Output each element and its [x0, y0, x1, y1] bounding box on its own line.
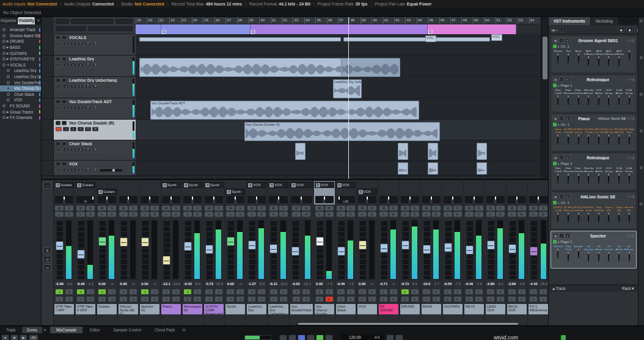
stop-button[interactable]: ■ — [10, 335, 18, 340]
knob[interactable] — [598, 250, 599, 262]
mute-button[interactable]: M — [358, 206, 367, 211]
monitor-button[interactable]: ◂ — [63, 42, 69, 46]
peak-value[interactable]: -13.9 — [171, 282, 181, 288]
mute-button[interactable] — [56, 162, 60, 166]
mute-button[interactable]: M — [76, 206, 85, 211]
knob[interactable] — [557, 52, 558, 63]
quick-control[interactable]: SEQ S1Low Gain — [594, 128, 604, 145]
close-zone-icon[interactable]: ✕ — [43, 328, 46, 332]
eq-bypass-button[interactable] — [292, 296, 301, 302]
locator-button[interactable] — [298, 335, 306, 340]
monitor-button[interactable]: ◂ — [63, 148, 69, 152]
fader-handle[interactable] — [269, 244, 277, 253]
edit-channel-button[interactable]: E — [539, 212, 547, 217]
knob[interactable] — [557, 133, 558, 145]
mute-button[interactable]: M — [529, 206, 538, 211]
listen-button[interactable]: L — [119, 212, 128, 217]
vertical-scrollbar[interactable] — [541, 17, 548, 179]
edit-channel-button[interactable]: E — [518, 212, 526, 217]
eq-bypass-button[interactable] — [162, 296, 170, 302]
pan-control[interactable]: C — [529, 196, 548, 203]
sidebar-track-item[interactable]: ▶ DRUMS — [0, 38, 41, 45]
knob[interactable] — [608, 133, 609, 145]
quick-control[interactable]: ChorusMix — [604, 206, 614, 223]
edit-channel-button[interactable]: e — [70, 127, 76, 131]
channel-strip[interactable]: 3 Guitars R — [75, 180, 97, 327]
instrument-icon[interactable]: ▣ — [553, 116, 558, 121]
mute-button[interactable]: M — [486, 206, 495, 211]
mute-button[interactable]: M — [247, 206, 256, 211]
channel-name[interactable]: Voc Chorus Double (R) — [315, 304, 334, 314]
channel-strip[interactable]: C M S L E — [378, 180, 400, 327]
insert-bypass-button[interactable] — [86, 289, 95, 295]
pan-control[interactable]: C — [444, 196, 462, 203]
visibility-dot-icon[interactable] — [2, 63, 5, 67]
freeze-icon[interactable]: ○ — [559, 194, 564, 199]
knob[interactable] — [588, 211, 589, 223]
record-arm-button[interactable] — [172, 296, 180, 302]
peak-value[interactable]: -1.7 — [431, 282, 441, 288]
fader-value[interactable]: 0.00 — [97, 282, 107, 288]
read-automation-button[interactable]: R — [85, 42, 91, 46]
fader-handle[interactable] — [184, 242, 192, 251]
fader-value[interactable]: -3.98 — [54, 282, 64, 288]
peak-value[interactable]: -∞ — [150, 282, 159, 288]
quick-control[interactable]: Sub EnvLevel — [584, 206, 594, 223]
knob[interactable] — [629, 94, 630, 106]
visibility-dot-icon[interactable] — [2, 116, 5, 119]
pan-control[interactable]: C — [183, 196, 202, 203]
arranger-part[interactable]: G — [428, 24, 516, 34]
output-routing[interactable]: 5 VOX — [290, 182, 313, 188]
record-arm-button[interactable] — [56, 127, 62, 131]
status-item[interactable]: Record Time Max 484 hours 12 mins — [164, 2, 242, 6]
solo-button[interactable]: S — [518, 206, 526, 211]
monitor-button[interactable] — [292, 289, 301, 295]
quick-control[interactable]: FilterResonance — [563, 167, 574, 184]
rack-instrument[interactable]: ▣ ○ e Retrologue ◁ ◁) ▸ Page 1 FilterCut… — [551, 74, 637, 112]
channel-name[interactable]: BASS — [422, 304, 441, 314]
channel-strip[interactable]: 5 VOX C — [268, 180, 290, 327]
channel-strip[interactable]: 5 VOX C M S L — [357, 180, 378, 327]
quick-control[interactable]: EQ LowMid Gain — [604, 128, 614, 145]
write-automation-button[interactable]: W — [92, 168, 98, 172]
track-header[interactable]: LeadVoc Dry Ueberhang ◂ e ≋ R W — [54, 77, 136, 98]
record-arm-button[interactable] — [453, 296, 462, 302]
quick-control[interactable]: 02Morph — [594, 245, 604, 262]
record-arm-button[interactable] — [368, 296, 376, 302]
quick-control[interactable]: DCAAttack — [614, 167, 624, 184]
write-automation-button[interactable]: W — [92, 84, 98, 89]
edit-instrument-icon[interactable]: e — [565, 116, 570, 121]
knob[interactable] — [608, 172, 609, 184]
edit-channel-button[interactable]: E — [325, 212, 334, 217]
visibility-dot-icon[interactable] — [7, 87, 10, 90]
write-automation-button[interactable]: W — [92, 106, 98, 110]
solo-button[interactable]: S — [172, 206, 180, 211]
freeze-button[interactable]: ≋ — [78, 127, 84, 131]
visibility-dot-icon[interactable] — [2, 57, 5, 60]
sidebar-track-item[interactable]: ▶ Group Tracks — [0, 109, 41, 115]
channel-name[interactable]: Guitars — [97, 304, 117, 314]
zone-settings-gear-icon[interactable]: ⊙ — [182, 328, 186, 333]
mute-button[interactable] — [56, 99, 60, 104]
status-item[interactable]: Project Frame Rate 30 fps — [310, 2, 367, 6]
listen-button[interactable]: L — [226, 212, 235, 217]
listen-button[interactable]: L — [358, 212, 367, 217]
record-arm-button[interactable] — [236, 296, 244, 302]
mute-button[interactable]: M — [508, 206, 516, 211]
mute-button[interactable]: M — [98, 206, 106, 211]
solo-button[interactable] — [62, 78, 67, 82]
mute-button[interactable]: M — [269, 206, 278, 211]
listen-button[interactable]: L — [205, 212, 213, 217]
output-routing[interactable]: 4 Synth — [183, 182, 202, 188]
insert-bypass-button[interactable] — [279, 289, 288, 295]
visibility-dot-icon[interactable] — [2, 28, 5, 31]
fader-value[interactable]: -6.21 — [268, 282, 278, 288]
monitor-button[interactable] — [141, 289, 149, 295]
mute-button[interactable]: M — [226, 206, 235, 211]
track-header[interactable]: VOX ◂ e ≋ R W — [54, 161, 136, 176]
edit-channel-button[interactable]: e — [70, 84, 76, 89]
solo-button[interactable]: S — [325, 206, 334, 211]
eq-bypass-button[interactable] — [379, 296, 388, 302]
edit-channel-button[interactable]: E — [453, 212, 462, 217]
audio-event[interactable]: VOC — [491, 34, 502, 41]
